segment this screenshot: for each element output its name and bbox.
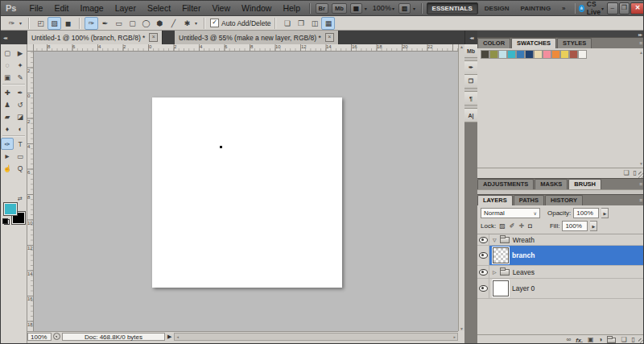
layer-row-layer0[interactable]: Layer 0: [477, 279, 644, 299]
visibility-eye-icon[interactable]: [479, 269, 488, 276]
color-swatch[interactable]: [552, 51, 559, 58]
vertical-ruler[interactable]: 2 0 2 4 6 8 10 12 14 16 18: [27, 52, 34, 331]
custom-shape-tool-button[interactable]: ✱: [180, 17, 194, 30]
menu-window[interactable]: Window: [236, 3, 277, 13]
polygon-tool-button[interactable]: ⬢: [153, 17, 167, 30]
freeform-pen-tool-button[interactable]: ✒: [98, 17, 112, 30]
restore-button[interactable]: ❐: [619, 2, 630, 15]
quick-selection-tool[interactable]: ✦: [14, 59, 27, 71]
color-swatch[interactable]: [517, 51, 524, 58]
document-viewport[interactable]: [34, 52, 458, 331]
clone-stamp-tool[interactable]: ♟: [1, 98, 14, 110]
close-tab-icon[interactable]: ×: [325, 33, 334, 42]
exclude-overlapping-areas-button[interactable]: ▦: [321, 17, 335, 30]
crop-tool[interactable]: ▣: [1, 71, 14, 83]
default-colors-icon[interactable]: [2, 218, 10, 225]
lock-all-icon[interactable]: ◘: [528, 222, 532, 230]
canvas[interactable]: [152, 97, 342, 288]
scroll-down-icon[interactable]: ▼: [639, 161, 643, 166]
workspace-essentials[interactable]: ESSENTIALS: [427, 2, 478, 15]
mini-bridge-panel-button[interactable]: Mb: [464, 44, 477, 58]
zoom-level-field[interactable]: 100%: [27, 333, 52, 341]
ruler-origin-corner[interactable]: [27, 44, 34, 52]
color-swatch[interactable]: [499, 51, 506, 58]
add-to-path-area-button[interactable]: ❏: [280, 17, 294, 30]
layer-style-fx-icon[interactable]: fx.: [576, 337, 583, 344]
layer-row-wreath-group[interactable]: ▽ Wreath: [477, 234, 644, 246]
intersect-path-areas-button[interactable]: ◫: [308, 17, 321, 30]
auto-add-delete-checkbox[interactable]: ✓: [210, 19, 219, 27]
collapse-panels-icon[interactable]: ▸▸: [638, 31, 642, 37]
arrange-documents-button[interactable]: ▥: [398, 3, 411, 14]
fill-pixels-mode-button[interactable]: ◼: [61, 17, 75, 30]
scroll-down-icon[interactable]: ▼: [460, 326, 464, 331]
lock-image-icon[interactable]: ✐: [510, 222, 515, 230]
document-tab-2[interactable]: Untitled-3 @ 55% (make a new layer, RGB/…: [175, 31, 339, 44]
scroll-right-icon[interactable]: ▸: [453, 334, 456, 339]
close-tab-icon[interactable]: ×: [149, 33, 158, 42]
scroll-up-icon[interactable]: ▲: [460, 44, 464, 49]
rounded-rectangle-tool-button[interactable]: ▢: [126, 17, 139, 30]
history-brush-tool[interactable]: ↺: [14, 98, 27, 110]
layer-name[interactable]: Wreath: [513, 236, 535, 244]
color-swatch[interactable]: [543, 51, 551, 58]
link-layers-icon[interactable]: ∞: [567, 336, 572, 344]
chevron-down-icon[interactable]: ▾: [601, 6, 604, 11]
pen-anchor-point[interactable]: [220, 146, 222, 148]
vertical-scrollbar[interactable]: ▲ ▼: [458, 44, 464, 331]
move-tool[interactable]: ▶: [14, 47, 27, 59]
menu-edit[interactable]: Edit: [48, 3, 74, 13]
eraser-tool[interactable]: ▰: [1, 110, 14, 122]
layer-row-leaves-group[interactable]: ▷ Leaves: [477, 266, 644, 279]
color-swatch[interactable]: [535, 51, 542, 58]
document-tab-1[interactable]: Untitled-1 @ 100% (branch, RGB/8) * ×: [27, 31, 163, 44]
opacity-field[interactable]: 100%: [573, 208, 599, 218]
layer-name[interactable]: branch: [512, 251, 535, 259]
menu-help[interactable]: Help: [277, 3, 306, 13]
tab-swatches[interactable]: SWATCHES: [511, 38, 556, 48]
chevron-down-icon[interactable]: ▾: [19, 20, 22, 26]
spot-healing-brush-tool[interactable]: ✚: [1, 86, 14, 98]
subtract-from-path-area-button[interactable]: ❐: [294, 17, 308, 30]
workspace-design[interactable]: DESIGN: [480, 3, 514, 14]
app-zoom-level[interactable]: 100%: [373, 4, 391, 12]
ellipse-tool-button[interactable]: ◯: [139, 17, 153, 30]
menu-select[interactable]: Select: [142, 3, 176, 13]
view-extras-button[interactable]: ▦: [350, 3, 362, 14]
resize-grip[interactable]: [638, 338, 644, 344]
workspace-overflow-button[interactable]: »: [557, 3, 570, 14]
rectangular-marquee-tool[interactable]: ▢: [1, 47, 14, 59]
add-layer-mask-icon[interactable]: ▣: [588, 336, 594, 344]
color-swatch[interactable]: [570, 51, 577, 58]
lock-position-icon[interactable]: ✛: [518, 222, 524, 230]
color-swatch[interactable]: [508, 51, 515, 58]
panel-menu-icon[interactable]: ≡: [639, 197, 642, 203]
new-swatch-icon[interactable]: ❏: [623, 169, 629, 177]
layer-row-branch[interactable]: branch: [477, 246, 644, 266]
tool-presets-panel-button[interactable]: ✒: [464, 61, 477, 75]
chevron-down-icon[interactable]: ▾: [413, 6, 415, 11]
delete-swatch-icon[interactable]: ▯: [634, 169, 637, 177]
blur-tool[interactable]: ♦: [1, 122, 14, 135]
horizontal-ruler[interactable]: 8 6 4 2 0 2 4 6 8 10 12 14 16 18 20 22: [34, 44, 458, 52]
eyedropper-tool[interactable]: ✎: [14, 71, 27, 83]
launch-bridge-button[interactable]: Br: [316, 3, 328, 14]
new-adjustment-layer-icon[interactable]: ◑: [599, 336, 603, 344]
chevron-down-icon[interactable]: ▾: [195, 20, 197, 26]
blend-mode-dropdown[interactable]: Normal ∨: [481, 208, 540, 218]
tab-brush[interactable]: BRUSH: [568, 179, 601, 189]
lock-transparency-icon[interactable]: ▨: [499, 222, 506, 230]
panel-menu-icon[interactable]: ≡: [639, 181, 642, 187]
pen-tool[interactable]: ✑: [1, 138, 14, 150]
cs-live-menu[interactable]: CS Live: [587, 0, 601, 16]
tool-preset-icon[interactable]: ✑: [5, 17, 19, 30]
path-selection-tool[interactable]: ►: [1, 150, 14, 162]
character-panel-button[interactable]: A|: [464, 109, 477, 122]
color-swatch[interactable]: [481, 51, 489, 58]
type-tool[interactable]: T: [14, 138, 27, 150]
paths-mode-button[interactable]: ▨: [47, 17, 61, 30]
expand-triangle-icon[interactable]: ▽: [493, 237, 497, 242]
status-options-arrow-icon[interactable]: ▶: [167, 334, 171, 339]
menu-view[interactable]: View: [206, 3, 236, 13]
new-group-icon[interactable]: [607, 338, 616, 343]
